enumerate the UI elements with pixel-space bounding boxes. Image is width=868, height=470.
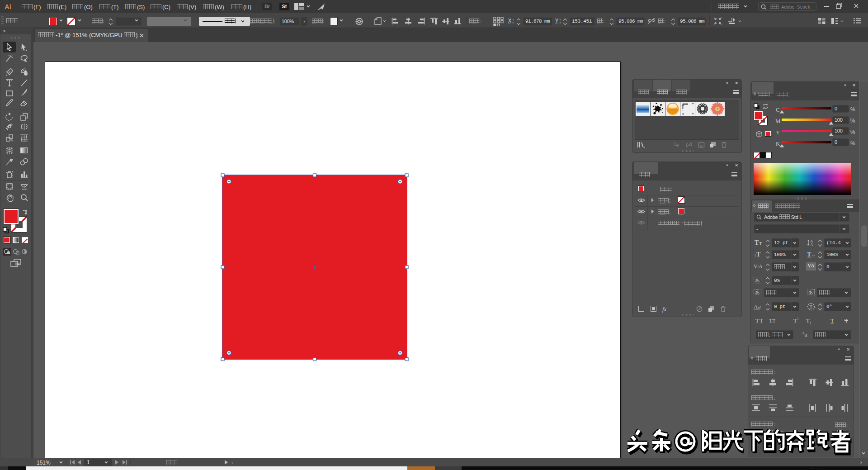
- svg-text:A: A: [810, 242, 813, 247]
- svg-text:T: T: [810, 304, 813, 309]
